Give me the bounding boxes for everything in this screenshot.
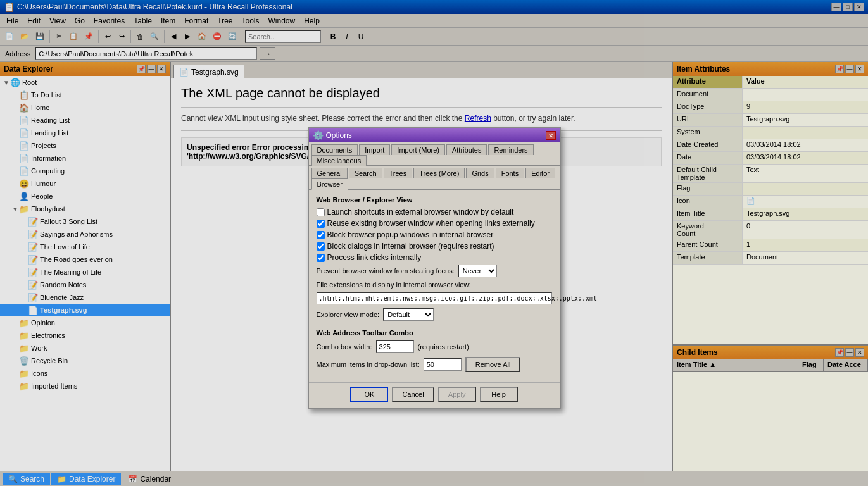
combo-width-row: Combo box width: (requires restart) [317,340,552,353]
help-button[interactable]: Help [480,387,518,402]
options-title-bar: ⚙️ Options ✕ [309,128,560,142]
modal-overlay: ⚙️ Options ✕ DocumentsImportImport (More… [0,0,868,486]
combo-width-label: Combo box width: [317,343,372,351]
section-title: Web Browser / Explorer View [317,196,552,204]
checkbox-label-cb3: Block browser popup windows in internal … [327,230,494,239]
checkbox-label-cb1: Launch shortcuts in external browser win… [327,208,514,216]
max-items-input[interactable] [424,358,462,371]
combo-width-suffix: (requires restart) [418,343,469,351]
dialog-tab-attributes[interactable]: Attributes [446,144,487,155]
extensions-value: .html;.htm;.mht;.eml;.nws;.msg;.ico;.gif… [317,292,552,304]
dialog-tab-import-(more)[interactable]: Import (More) [391,144,445,155]
dialog-tab-import[interactable]: Import [359,144,390,155]
checkbox-cb4[interactable] [317,242,325,251]
apply-button[interactable]: Apply [438,387,476,402]
dialog-tab-editor[interactable]: Editor [525,168,555,178]
max-items-label: Maximum items in drop-down list: [317,361,420,368]
focus-select[interactable]: Never Always [458,265,497,277]
dialog-tab-miscellaneous[interactable]: Miscellaneous [311,155,367,166]
web-combo-section: Web Address Toolbar Combo [317,329,552,337]
dialog-tab-fonts[interactable]: Fonts [496,168,525,178]
options-dialog: ⚙️ Options ✕ DocumentsImportImport (More… [308,127,561,409]
explorer-mode-label: Explorer view mode: [317,311,380,318]
dialog-tab-trees-(more)[interactable]: Trees (More) [413,168,465,178]
dialog-tab-grids[interactable]: Grids [466,168,494,178]
extensions-label-row: File extensions to display in internal b… [317,281,552,289]
options-tabs-row2: GeneralSearchTreesTrees (More)GridsFonts… [309,166,560,190]
remove-all-button[interactable]: Remove All [465,357,521,372]
options-icon: ⚙️ [313,130,324,140]
max-items-row: Maximum items in drop-down list: Remove … [317,357,552,372]
checkbox-cb5[interactable] [317,254,325,262]
focus-row: Prevent browser window from stealing foc… [317,265,552,277]
dialog-tab-search[interactable]: Search [349,168,382,178]
options-tabs-row1: DocumentsImportImport (More)AttributesRe… [309,142,560,166]
combo-width-input[interactable] [376,340,414,353]
checkbox-row-cb4: Block dialogs in internal browser (requi… [317,242,552,251]
dialog-tab-trees[interactable]: Trees [384,168,413,178]
ok-button[interactable]: OK [350,387,388,402]
options-title: Options [326,131,352,140]
options-content: Web Browser / Explorer View Launch short… [309,190,560,382]
checkbox-row-cb2: Reuse existing browser window when openi… [317,219,552,228]
dialog-tab-documents[interactable]: Documents [311,144,358,155]
checkbox-label-cb5: Process link clicks internally [327,253,422,262]
dialog-buttons: OK Cancel Apply Help [309,382,560,408]
explorer-mode-row: Explorer view mode: Default Compatibilit… [317,308,552,321]
cancel-button[interactable]: Cancel [392,387,434,402]
checkbox-cb2[interactable] [317,220,325,228]
extensions-label: File extensions to display in internal b… [317,281,471,289]
dialog-tab-browser[interactable]: Browser [311,178,348,190]
dialog-tab-general[interactable]: General [311,168,348,178]
explorer-mode-select[interactable]: Default Compatibility [383,308,434,321]
divider [317,325,552,325]
options-close-btn[interactable]: ✕ [546,131,556,140]
checkbox-label-cb4: Block dialogs in internal browser (requi… [327,242,494,251]
checkbox-label-cb2: Reuse existing browser window when openi… [327,219,535,228]
checkbox-cb3[interactable] [317,231,325,239]
dialog-tab-reminders[interactable]: Reminders [488,144,533,155]
checkboxes-container: Launch shortcuts in external browser win… [317,208,552,262]
checkbox-row-cb3: Block browser popup windows in internal … [317,230,552,239]
checkbox-cb1[interactable] [317,208,325,216]
checkbox-row-cb1: Launch shortcuts in external browser win… [317,208,552,216]
checkbox-row-cb5: Process link clicks internally [317,253,552,262]
focus-label: Prevent browser window from stealing foc… [317,267,455,275]
